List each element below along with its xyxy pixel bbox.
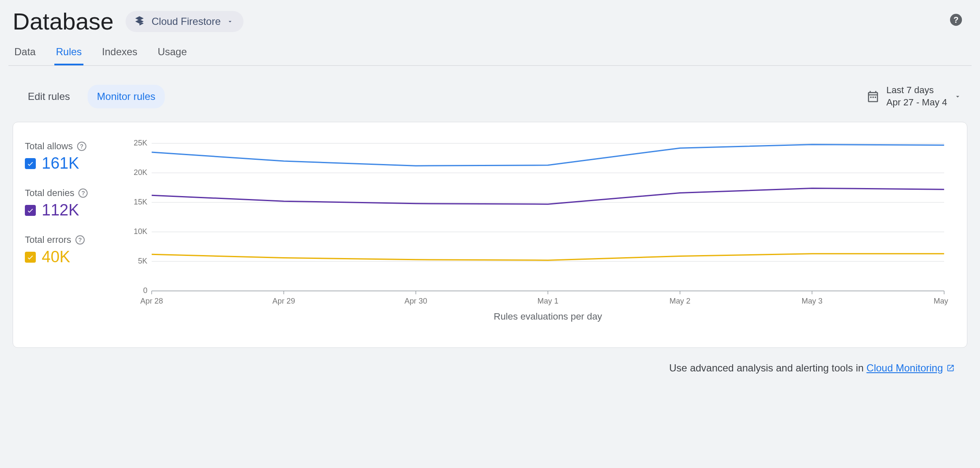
legend-denies-value: 112K — [42, 201, 79, 219]
svg-text:May 1: May 1 — [538, 297, 559, 305]
svg-rect-4 — [875, 97, 876, 98]
cloud-monitoring-link[interactable]: Cloud Monitoring — [867, 362, 955, 374]
checkbox-denies[interactable] — [25, 205, 36, 216]
legend-errors-label: Total errors — [25, 234, 71, 245]
subtab-monitor-rules[interactable]: Monitor rules — [88, 85, 165, 108]
firestore-icon — [133, 15, 146, 28]
tab-usage[interactable]: Usage — [156, 40, 188, 65]
help-icon[interactable]: ? — [77, 142, 86, 151]
svg-text:15K: 15K — [134, 198, 147, 206]
calendar-icon — [866, 90, 880, 103]
svg-text:Rules evaluations per day: Rules evaluations per day — [494, 311, 602, 322]
tab-data[interactable]: Data — [13, 40, 37, 65]
svg-text:?: ? — [953, 15, 959, 24]
help-icon[interactable]: ? — [78, 188, 88, 198]
legend-errors-value: 40K — [42, 248, 70, 266]
date-range-preset: Last 7 days — [886, 84, 947, 97]
date-range-selector[interactable]: Last 7 days Apr 27 - May 4 — [866, 84, 961, 108]
chevron-down-icon — [227, 18, 233, 25]
legend-allows-value: 161K — [42, 154, 79, 172]
subtab-edit-rules[interactable]: Edit rules — [19, 85, 79, 108]
svg-text:0: 0 — [143, 286, 147, 295]
legend-item-errors: Total errors ? 40K — [25, 234, 126, 266]
svg-text:Apr 30: Apr 30 — [404, 297, 427, 305]
svg-text:5K: 5K — [138, 257, 147, 265]
checkbox-errors[interactable] — [25, 252, 36, 263]
tab-indexes[interactable]: Indexes — [100, 40, 139, 65]
help-icon[interactable]: ? — [75, 235, 85, 245]
help-icon[interactable]: ? — [949, 13, 963, 27]
db-selector[interactable]: Cloud Firestore — [126, 11, 244, 32]
legend-allows-label: Total allows — [25, 141, 73, 152]
svg-text:25K: 25K — [134, 139, 147, 147]
chevron-down-icon — [954, 93, 961, 100]
svg-text:Apr 29: Apr 29 — [273, 297, 295, 305]
svg-text:20K: 20K — [134, 168, 147, 177]
date-range-dates: Apr 27 - May 4 — [886, 97, 947, 109]
chart-legend: Total allows ? 161K Total denies ? — [25, 139, 126, 325]
rules-chart: 05K10K15K20K25KApr 28Apr 29Apr 30May 1Ma… — [126, 139, 948, 325]
svg-text:Apr 28: Apr 28 — [140, 297, 163, 305]
legend-item-allows: Total allows ? 161K — [25, 141, 126, 172]
legend-item-denies: Total denies ? 112K — [25, 188, 126, 219]
tab-rules[interactable]: Rules — [54, 40, 83, 65]
checkbox-allows[interactable] — [25, 158, 36, 169]
cloud-monitoring-cta: Use advanced analysis and alerting tools… — [8, 351, 972, 374]
db-selector-label: Cloud Firestore — [152, 16, 221, 27]
svg-text:May 2: May 2 — [669, 297, 691, 305]
rules-monitor-card: Total allows ? 161K Total denies ? — [13, 122, 967, 348]
page-title: Database — [13, 8, 114, 35]
cta-prefix: Use advanced analysis and alerting tools… — [669, 362, 866, 374]
svg-rect-3 — [872, 97, 873, 98]
svg-text:10K: 10K — [134, 227, 147, 236]
legend-denies-label: Total denies — [25, 188, 74, 199]
svg-text:May 4: May 4 — [934, 297, 948, 305]
svg-text:May 3: May 3 — [801, 297, 822, 305]
open-external-icon — [946, 364, 955, 372]
svg-rect-2 — [870, 97, 871, 98]
